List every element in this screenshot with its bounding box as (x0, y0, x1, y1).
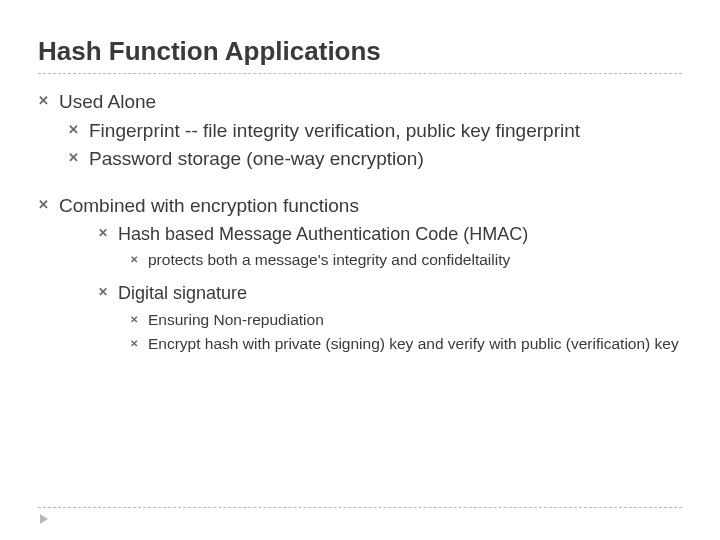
bullet-icon: ✕ (130, 337, 138, 350)
bullet-icon: ✕ (38, 93, 49, 110)
arrow-right-icon (40, 514, 48, 524)
bullet-non-repudiation: ✕ Ensuring Non-repudiation (130, 310, 682, 330)
bullet-text: Ensuring Non-repudiation (148, 310, 324, 330)
bullet-icon: ✕ (68, 122, 79, 139)
bullet-digital-signature: ✕ Digital signature (98, 282, 682, 305)
bullet-icon: ✕ (130, 253, 138, 266)
bullet-text: Used Alone (59, 90, 156, 115)
bullet-encrypt-hash: ✕ Encrypt hash with private (signing) ke… (130, 334, 682, 354)
divider-top (38, 73, 682, 74)
bullet-text: Password storage (one-way encryption) (89, 147, 424, 172)
bullet-icon: ✕ (68, 150, 79, 167)
divider-bottom (38, 507, 682, 508)
bullet-icon: ✕ (130, 313, 138, 326)
bullet-hmac: ✕ Hash based Message Authentication Code… (98, 223, 682, 246)
slide-title: Hash Function Applications (38, 36, 682, 67)
bullet-text: Fingerprint -- file integrity verificati… (89, 119, 580, 144)
bullet-combined: ✕ Combined with encryption functions (38, 194, 682, 219)
bullet-password-storage: ✕ Password storage (one-way encryption) (68, 147, 682, 172)
bullet-icon: ✕ (98, 226, 108, 242)
bullet-icon: ✕ (98, 285, 108, 301)
bullet-text: Combined with encryption functions (59, 194, 359, 219)
bullet-text: Encrypt hash with private (signing) key … (148, 334, 679, 354)
bullet-fingerprint: ✕ Fingerprint -- file integrity verifica… (68, 119, 682, 144)
bullet-text: Digital signature (118, 282, 247, 305)
bullet-icon: ✕ (38, 197, 49, 214)
bullet-hmac-protects: ✕ protects both a message's integrity an… (130, 250, 682, 270)
bullet-text: protects both a message's integrity and … (148, 250, 510, 270)
bullet-text: Hash based Message Authentication Code (… (118, 223, 528, 246)
bullet-used-alone: ✕ Used Alone (38, 90, 682, 115)
